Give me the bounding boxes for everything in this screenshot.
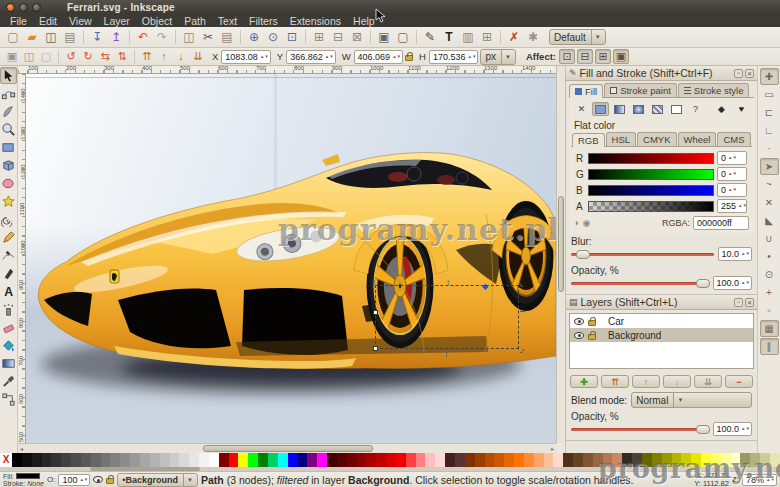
horizontal-scrollbar-thumb[interactable] bbox=[203, 445, 373, 452]
palette-swatch[interactable] bbox=[307, 453, 317, 467]
palette-swatch[interactable] bbox=[396, 453, 406, 467]
fill-stroke-dialog-button[interactable]: ✎ bbox=[421, 29, 439, 46]
palette-swatch[interactable] bbox=[425, 453, 435, 467]
tool-selector[interactable] bbox=[0, 67, 17, 84]
gradient-handle-icon[interactable]: ↕ bbox=[372, 279, 376, 287]
object-opacity-field[interactable]: 100▲▼ bbox=[58, 474, 90, 486]
palette-swatch[interactable] bbox=[130, 453, 140, 467]
tool-node-editor[interactable] bbox=[0, 85, 17, 102]
raise-layer-button[interactable]: ↑ bbox=[632, 375, 660, 388]
snap-guides-toggle[interactable]: ∥ bbox=[760, 338, 779, 355]
canvas[interactable]: programy.net.pl ↔ ↔ ↔ ↕ ↕ ↕ ◆ bbox=[26, 74, 556, 443]
tool-spiral[interactable] bbox=[0, 211, 17, 228]
layer-opacity-field[interactable]: 100.0▲▼ bbox=[713, 422, 752, 436]
document-properties-button[interactable]: ✗ bbox=[505, 29, 523, 46]
swatch-arrow-icon[interactable]: ◗ bbox=[574, 218, 579, 228]
palette-swatch[interactable] bbox=[51, 453, 61, 467]
layer-visibility-icon[interactable] bbox=[574, 332, 584, 339]
channel-value-a[interactable]: 255▲▼ bbox=[717, 199, 747, 213]
open-document-button[interactable]: ▰ bbox=[23, 29, 41, 46]
export-bitmap-button[interactable]: ↥ bbox=[107, 29, 125, 46]
palette-swatch[interactable] bbox=[150, 453, 160, 467]
delete-layer-button[interactable]: − bbox=[725, 375, 753, 388]
snap-object-centers-toggle[interactable]: ⊙ bbox=[760, 266, 779, 283]
menu-filters[interactable]: Filters bbox=[243, 15, 284, 27]
spinner-arrows-icon[interactable]: ▲▼ bbox=[325, 55, 334, 59]
scroll-left-icon[interactable]: ◂ bbox=[20, 445, 23, 452]
palette-swatch[interactable] bbox=[504, 453, 514, 467]
palette-swatch[interactable] bbox=[416, 453, 426, 467]
gradient-node-icon[interactable]: ◆ bbox=[482, 283, 488, 291]
channel-slider-r[interactable] bbox=[588, 153, 714, 164]
menu-text[interactable]: Text bbox=[212, 15, 243, 27]
palette-swatch[interactable] bbox=[563, 453, 573, 467]
layer-row-car[interactable]: Car bbox=[570, 314, 753, 328]
snap-enable-toggle[interactable]: ✚ bbox=[760, 68, 779, 85]
palette-swatch[interactable] bbox=[327, 453, 337, 467]
colortab-hsl[interactable]: HSL bbox=[606, 132, 636, 146]
lower-to-bottom-button[interactable]: ⇊ bbox=[190, 49, 206, 64]
menu-layer[interactable]: Layer bbox=[98, 15, 136, 27]
panel-close-icon[interactable]: ✕ bbox=[745, 69, 754, 78]
zoom-to-page-button[interactable]: ⊡ bbox=[283, 29, 301, 46]
align-dialog-button[interactable]: ⊞ bbox=[478, 29, 496, 46]
palette-swatch[interactable] bbox=[160, 453, 170, 467]
tool-star[interactable] bbox=[0, 193, 17, 210]
snap-cusp-nodes-toggle[interactable]: ◣ bbox=[760, 212, 779, 229]
palette-swatch[interactable] bbox=[110, 453, 120, 467]
print-document-button[interactable]: ▤ bbox=[61, 29, 79, 46]
palette-swatch[interactable] bbox=[366, 453, 376, 467]
swatch-dot-icon[interactable]: ◉ bbox=[582, 218, 590, 228]
palette-swatch[interactable] bbox=[406, 453, 416, 467]
layer-lock-icon[interactable] bbox=[106, 478, 114, 484]
palette-swatch[interactable] bbox=[268, 453, 278, 467]
snap-path-intersections-toggle[interactable]: ✕ bbox=[760, 194, 779, 211]
tool-spray[interactable] bbox=[0, 301, 17, 318]
palette-swatch[interactable] bbox=[91, 453, 101, 467]
palette-swatch[interactable] bbox=[347, 453, 357, 467]
unlink-clone-button[interactable]: ⊠ bbox=[348, 29, 366, 46]
title-bar[interactable]: Ferrari.svg - Inkscape bbox=[0, 0, 780, 14]
horizontal-scrollbar[interactable]: ◂ ▸ bbox=[18, 443, 556, 453]
panel-shade-icon[interactable]: ▫ bbox=[734, 69, 743, 78]
spinner-arrows-icon[interactable]: ▲▼ bbox=[728, 172, 737, 176]
tool-rectangle[interactable] bbox=[0, 139, 17, 156]
colortab-cmyk[interactable]: CMYK bbox=[637, 132, 676, 146]
menu-view[interactable]: View bbox=[63, 15, 98, 27]
palette-swatch[interactable] bbox=[297, 453, 307, 467]
raise-layer-to-top-button[interactable]: ⇈ bbox=[601, 375, 629, 388]
menu-path[interactable]: Path bbox=[178, 15, 212, 27]
tool-bezier-pen[interactable] bbox=[0, 247, 17, 264]
tool-paint-bucket[interactable] bbox=[0, 337, 17, 354]
colortab-wheel[interactable]: Wheel bbox=[678, 132, 717, 146]
flip-horizontal-button[interactable]: ⇆ bbox=[97, 49, 113, 64]
vertical-scrollbar[interactable] bbox=[556, 66, 565, 443]
spinner-arrows-icon[interactable]: ▲▼ bbox=[728, 188, 737, 192]
palette-swatch[interactable] bbox=[524, 453, 534, 467]
palette-swatch[interactable] bbox=[455, 453, 465, 467]
palette-swatch[interactable] bbox=[189, 453, 199, 467]
fs-opacity-slider[interactable] bbox=[571, 277, 709, 289]
channel-value-g[interactable]: 0▲▼ bbox=[717, 167, 747, 181]
raise-to-top-button[interactable]: ⇈ bbox=[139, 49, 155, 64]
snap-grid-toggle[interactable]: ▦ bbox=[760, 320, 779, 337]
flat-color-button[interactable] bbox=[592, 102, 609, 116]
layers-panel-titlebar[interactable]: ▤ Layers (Shift+Ctrl+L) ▫✕ bbox=[566, 295, 757, 310]
select-all-button[interactable]: ▣ bbox=[4, 49, 20, 64]
palette-swatch[interactable] bbox=[32, 453, 42, 467]
zoom-to-selection-button[interactable]: ⊕ bbox=[245, 29, 263, 46]
scale-stroke-width-toggle[interactable]: ⊡ bbox=[559, 49, 575, 64]
fs-opacity-field[interactable]: 100.0▲▼ bbox=[713, 276, 752, 290]
palette-swatch[interactable] bbox=[12, 453, 22, 467]
snap-midpoints-toggle[interactable]: • bbox=[760, 248, 779, 265]
snap-paths-toggle[interactable]: ~ bbox=[760, 176, 779, 193]
panel-shade-icon[interactable]: ▫ bbox=[734, 298, 743, 307]
palette-swatch[interactable] bbox=[170, 453, 180, 467]
tool-tweak[interactable] bbox=[0, 103, 17, 120]
fill-color-chip[interactable] bbox=[16, 473, 40, 479]
snap-bbox-midpoints-toggle[interactable]: · bbox=[760, 140, 779, 157]
linear-gradient-button[interactable] bbox=[611, 102, 628, 116]
palette-swatch[interactable] bbox=[583, 453, 593, 467]
lower-layer-to-bottom-button[interactable]: ⇊ bbox=[694, 375, 722, 388]
lock-aspect-icon[interactable] bbox=[405, 55, 413, 61]
